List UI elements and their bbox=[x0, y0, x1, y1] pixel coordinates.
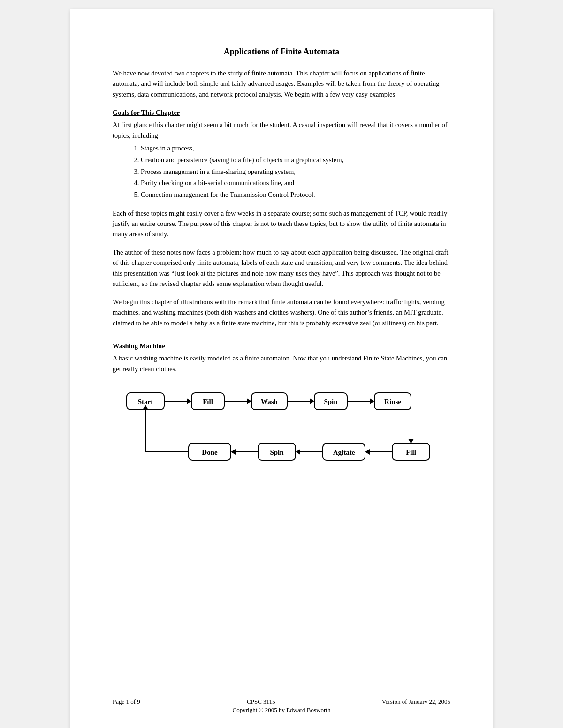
svg-text:Start: Start bbox=[138, 398, 153, 405]
washing-machine-paragraph: A basic washing machine is easily modele… bbox=[113, 353, 450, 374]
paragraph-2: The author of these notes now faces a pr… bbox=[113, 247, 450, 289]
list-item: Stages in a process, bbox=[141, 143, 450, 154]
svg-marker-31 bbox=[231, 449, 236, 455]
version-info: Version of January 22, 2005 bbox=[382, 698, 450, 705]
footer-line2: Copyright © 2005 by Edward Bosworth bbox=[113, 706, 450, 714]
copyright: Copyright © 2005 by Edward Bosworth bbox=[233, 706, 331, 713]
paragraph-1: Each of these topics might easily cover … bbox=[113, 208, 450, 240]
svg-text:Agitate: Agitate bbox=[333, 449, 355, 456]
svg-text:Spin: Spin bbox=[270, 449, 284, 456]
svg-text:Fill: Fill bbox=[203, 398, 213, 405]
svg-marker-11 bbox=[310, 398, 314, 404]
footer: Page 1 of 9 CPSC 3115 Version of January… bbox=[113, 698, 450, 714]
goals-intro: At first glance this chapter might seem … bbox=[113, 120, 450, 141]
course-info: CPSC 3115 bbox=[247, 698, 275, 705]
washing-machine-diagram: Start Fill Wash Spin Rinse bbox=[113, 383, 450, 468]
paragraph-3: We begin this chapter of illustrations w… bbox=[113, 297, 450, 328]
list-item: Parity checking on a bit-serial communic… bbox=[141, 177, 450, 189]
washing-machine-heading: Washing Machine bbox=[113, 342, 450, 350]
svg-marker-19 bbox=[408, 439, 414, 443]
svg-marker-3 bbox=[187, 398, 191, 404]
svg-text:Wash: Wash bbox=[261, 398, 278, 405]
document-page: Applications of Finite Automata We have … bbox=[70, 9, 493, 728]
intro-paragraph: We have now devoted two chapters to the … bbox=[113, 68, 450, 99]
goals-list: Stages in a process, Creation and persis… bbox=[141, 143, 450, 200]
svg-marker-27 bbox=[296, 449, 300, 455]
svg-marker-23 bbox=[365, 449, 370, 455]
svg-text:Fill: Fill bbox=[406, 449, 416, 456]
list-item: Process management in a time-sharing ope… bbox=[141, 166, 450, 178]
footer-line1: Page 1 of 9 CPSC 3115 Version of January… bbox=[113, 698, 450, 705]
svg-marker-15 bbox=[370, 398, 374, 404]
goals-section: Goals for This Chapter At first glance t… bbox=[113, 109, 450, 200]
svg-text:Rinse: Rinse bbox=[384, 398, 401, 405]
svg-text:Spin: Spin bbox=[324, 398, 338, 405]
svg-marker-7 bbox=[247, 398, 251, 404]
list-item: Connection management for the Transmissi… bbox=[141, 189, 450, 201]
svg-text:Done: Done bbox=[202, 449, 218, 456]
list-item: Creation and persistence (saving to a fi… bbox=[141, 154, 450, 166]
page-info: Page 1 of 9 bbox=[113, 698, 140, 705]
goals-heading: Goals for This Chapter bbox=[113, 109, 450, 117]
washing-machine-section: Washing Machine A basic washing machine … bbox=[113, 342, 450, 468]
page-title: Applications of Finite Automata bbox=[113, 47, 450, 57]
